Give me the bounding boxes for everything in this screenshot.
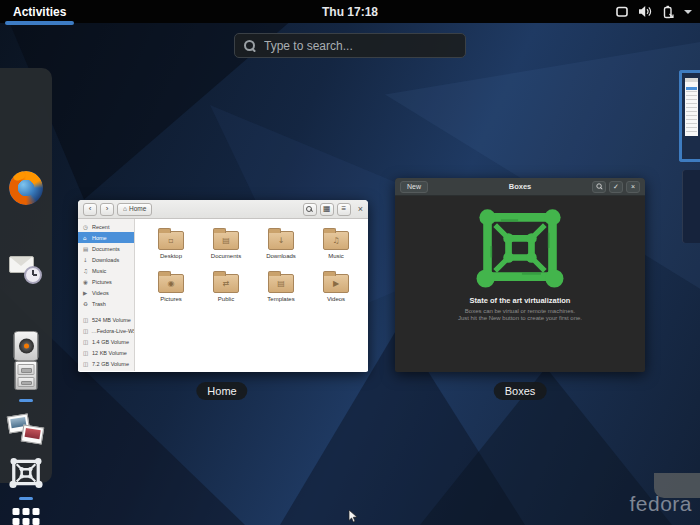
boxes-title: Boxes — [509, 182, 532, 191]
sidebar-item-home[interactable]: ⌂Home — [78, 232, 134, 243]
evolution-icon[interactable] — [8, 252, 44, 286]
display-icon[interactable] — [615, 5, 629, 19]
folder-desktop[interactable]: ▫Desktop — [145, 227, 197, 270]
top-bar: Activities Thu 17:18 — [0, 0, 700, 23]
folder-icon: ▫ — [158, 231, 184, 250]
folder-videos[interactable]: ▶Videos — [310, 270, 362, 313]
activities-label: Activities — [13, 5, 66, 19]
search-icon — [306, 206, 313, 213]
folder-templates[interactable]: ▤Templates — [255, 270, 307, 313]
folder-pictures[interactable]: ◉Pictures — [145, 270, 197, 313]
rhythmbox-icon[interactable] — [14, 331, 39, 361]
folder-icon: ◉ — [158, 274, 184, 293]
drawer-icon — [18, 364, 35, 375]
boxes-icon[interactable] — [8, 456, 44, 493]
clock-icon — [24, 266, 42, 284]
dash: f — [0, 68, 52, 483]
drive-icon: ◫ — [83, 317, 89, 323]
sidebar-item-videos[interactable]: ▶Videos — [78, 287, 134, 298]
folder-icon: ⇄ — [213, 274, 239, 293]
boxes-headerbar: New Boxes ✓ × — [395, 178, 645, 196]
back-button[interactable]: ‹ — [83, 203, 97, 216]
documents-icon: ▤ — [83, 246, 89, 252]
shotwell-icon[interactable] — [8, 412, 44, 444]
boxes-logo — [472, 204, 568, 294]
files-headerbar: ‹ › ⌂ Home ▦ ≡ × — [78, 200, 368, 219]
search-icon — [243, 39, 256, 52]
files-running-indicator — [19, 399, 33, 402]
folder-icon: ▤ — [213, 231, 239, 250]
boxes-running-indicator — [19, 497, 33, 500]
close-button[interactable]: × — [626, 181, 640, 193]
volume-icon[interactable] — [638, 5, 652, 18]
system-status-area[interactable] — [615, 0, 692, 23]
window-title-boxes: Boxes — [494, 382, 547, 400]
boxes-body-line: Just hit the New button to create your f… — [458, 315, 582, 321]
sidebar-item-recent[interactable]: ◷Recent — [78, 221, 134, 232]
gnome-activities-overview: Activities Thu 17:18 — [0, 0, 700, 525]
search-button[interactable] — [592, 181, 606, 193]
path-button[interactable]: ⌂ Home — [117, 203, 152, 216]
list-view-button[interactable]: ≡ — [337, 203, 351, 216]
photo-icon — [21, 424, 44, 444]
boxes-body-line: Boxes can be virtual or remote machines. — [465, 308, 575, 314]
drive-icon: ◫ — [83, 361, 89, 367]
sidebar-item-volume[interactable]: ◫12 KB Volume — [78, 347, 134, 358]
drawer-icon — [18, 377, 35, 388]
drive-icon: ◫ — [83, 328, 88, 334]
window-title-home: Home — [196, 382, 247, 400]
activities-active-indicator — [5, 21, 74, 25]
search-icon — [596, 183, 602, 189]
sidebar-item-pictures[interactable]: ◉Pictures — [78, 276, 134, 287]
forward-button[interactable]: › — [100, 203, 114, 216]
sidebar-item-downloads[interactable]: ↓Downloads — [78, 254, 134, 265]
folder-downloads[interactable]: ↓Downloads — [255, 227, 307, 270]
menu-caret-icon[interactable] — [684, 10, 692, 14]
search-button[interactable] — [303, 203, 317, 216]
sidebar-item-volume[interactable]: ◫524 MB Volume — [78, 314, 134, 325]
clock[interactable]: Thu 17:18 — [322, 5, 378, 19]
search-input[interactable] — [264, 39, 454, 53]
battery-icon[interactable] — [661, 5, 675, 19]
mini-files-window — [685, 78, 698, 136]
music-icon: ♫ — [83, 268, 89, 274]
fedora-wordmark: fedora — [629, 492, 692, 516]
trash-icon: ♻ — [83, 301, 89, 307]
videos-icon: ▶ — [83, 290, 89, 296]
files-window-preview[interactable]: ‹ › ⌂ Home ▦ ≡ × ◷Recent ⌂Home ▤Document… — [78, 200, 368, 372]
firefox-icon[interactable] — [9, 171, 43, 205]
workspace-thumbnail[interactable] — [682, 170, 700, 243]
close-button[interactable]: × — [358, 204, 363, 214]
workspace-thumbnail-active[interactable] — [679, 70, 700, 162]
files-icon[interactable] — [15, 361, 38, 390]
boxes-window-preview[interactable]: New Boxes ✓ × — [395, 178, 645, 372]
new-button[interactable]: New — [400, 181, 428, 193]
files-folder-grid: ▫Desktop ▤Documents ↓Downloads ♫Music ◉P… — [135, 219, 368, 371]
pictures-icon: ◉ — [83, 279, 89, 285]
folder-icon: ▶ — [323, 274, 349, 293]
sidebar-item-music[interactable]: ♫Music — [78, 265, 134, 276]
folder-documents[interactable]: ▤Documents — [200, 227, 252, 270]
folder-icon: ♫ — [323, 231, 349, 250]
sidebar-item-trash[interactable]: ♻Trash — [78, 298, 134, 309]
select-button[interactable]: ✓ — [609, 181, 623, 193]
search-bar[interactable] — [234, 33, 466, 58]
folder-public[interactable]: ⇄Public — [200, 270, 252, 313]
mouse-cursor — [348, 510, 359, 523]
grid-view-button[interactable]: ▦ — [320, 203, 334, 216]
home-icon: ⌂ — [83, 235, 89, 241]
files-sidebar: ◷Recent ⌂Home ▤Documents ↓Downloads ♫Mus… — [78, 219, 135, 371]
folder-icon: ↓ — [268, 231, 294, 250]
sidebar-item-volume[interactable]: ◫7.2 GB Volume — [78, 358, 134, 369]
drive-icon: ◫ — [83, 339, 89, 345]
sidebar-item-volume[interactable]: ◫…Fedora-Live-WS… — [78, 325, 134, 336]
show-applications-button[interactable] — [13, 508, 40, 525]
folder-icon: ▤ — [268, 274, 294, 293]
activities-button[interactable]: Activities — [9, 0, 70, 23]
boxes-headline: State of the art virtualization — [470, 296, 571, 305]
path-label: Home — [129, 206, 146, 213]
sidebar-item-volume[interactable]: ◫1.4 GB Volume — [78, 336, 134, 347]
drive-icon: ◫ — [83, 350, 89, 356]
folder-music[interactable]: ♫Music — [310, 227, 362, 270]
sidebar-item-documents[interactable]: ▤Documents — [78, 243, 134, 254]
